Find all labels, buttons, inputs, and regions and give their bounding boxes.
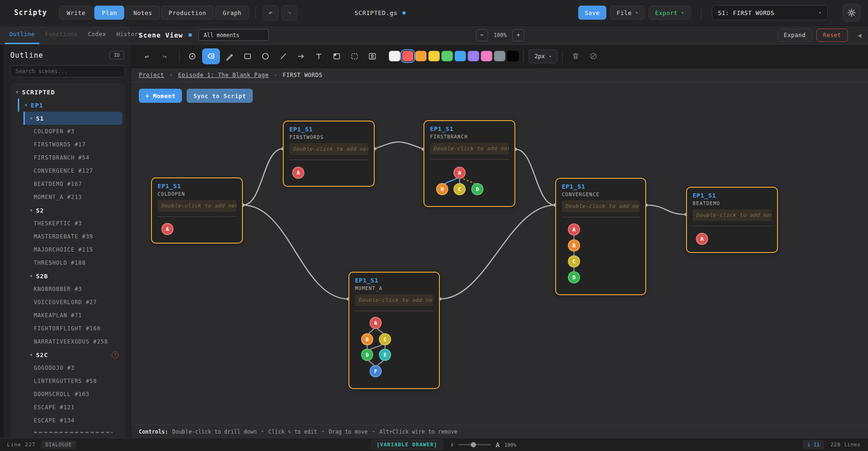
- card-notes-placeholder[interactable]: Double-click to add notes...: [289, 143, 368, 155]
- moment-node-a[interactable]: A: [696, 233, 708, 245]
- tree-scene-item[interactable]: LINTERGUTTERS #58: [12, 375, 123, 388]
- color-swatch[interactable]: [507, 51, 519, 61]
- ellipse-tool-button[interactable]: [257, 49, 273, 63]
- file-menu-button[interactable]: File ▾: [610, 6, 645, 20]
- tree-scene-item[interactable]: FIGHTORFLIGHT #160: [12, 322, 123, 335]
- breadcrumb-link[interactable]: Episode 1: The Blank Page: [178, 72, 269, 78]
- disable-drawing-button[interactable]: [585, 49, 601, 63]
- nav-tab-graph[interactable]: Graph: [215, 6, 249, 20]
- moment-node-c[interactable]: C: [379, 333, 391, 345]
- color-swatch[interactable]: [494, 51, 506, 61]
- moment-card-coldopen[interactable]: EP1_S1COLDOPENDouble-click to add notes.…: [151, 177, 243, 244]
- moment-node-d[interactable]: D: [361, 349, 373, 361]
- frame-tool-button[interactable]: [329, 49, 345, 63]
- sidebar-tab-codex[interactable]: Codex: [83, 26, 111, 44]
- zoom-out-button[interactable]: −: [476, 29, 488, 41]
- moment-filter-dropdown[interactable]: All moments: [198, 29, 269, 41]
- tree-scene-item[interactable]: FIRSTBRANCH #54: [12, 151, 123, 164]
- nav-tab-write[interactable]: Write: [59, 6, 93, 20]
- rectangle-tool-button[interactable]: [240, 49, 256, 63]
- moment-node-c[interactable]: C: [453, 183, 466, 195]
- moment-node-a[interactable]: A: [161, 223, 174, 235]
- tree-scene-item[interactable]: DOOMSCROLL #103: [12, 388, 123, 401]
- moment-node-b[interactable]: B: [361, 333, 373, 345]
- tree-scene-item[interactable]: BEATDEMO #167: [12, 177, 123, 191]
- marquee-tool-button[interactable]: [347, 49, 362, 63]
- tree-group-s1[interactable]: ▼S1: [23, 112, 122, 125]
- moment-card-moment_a[interactable]: EP1_S1MOMENT_ADouble-click to add notes.…: [348, 272, 440, 389]
- id-toggle-button[interactable]: ID: [109, 51, 124, 60]
- moment-node-c[interactable]: C: [568, 255, 580, 268]
- font-size-slider[interactable]: [458, 444, 491, 445]
- moment-node-a[interactable]: A: [568, 223, 580, 236]
- breadcrumb-link[interactable]: Project: [139, 72, 164, 78]
- color-swatch[interactable]: [415, 51, 427, 61]
- reset-button[interactable]: Reset: [816, 29, 848, 42]
- tree-scene-item[interactable]: COLDOPEN #3: [12, 125, 123, 138]
- dot-circle-tool-button[interactable]: [184, 49, 200, 63]
- zoom-in-button[interactable]: +: [512, 29, 524, 41]
- canvas-redo-button[interactable]: ↪: [157, 49, 173, 63]
- tree-episode-row[interactable]: ▼EP1: [18, 99, 123, 112]
- moment-node-b[interactable]: B: [436, 183, 448, 195]
- moment-node-a[interactable]: A: [370, 317, 382, 329]
- moment-node-f[interactable]: F: [370, 365, 382, 377]
- tree-scene-item[interactable]: NARRATIVEEXODUS #258: [12, 335, 123, 348]
- tree-scene-item[interactable]: FIRSTWORDS #17: [12, 138, 123, 151]
- moment-node-a[interactable]: A: [453, 167, 466, 179]
- tree-scene-item[interactable]: MOMENT_A #213: [12, 191, 123, 204]
- moment-node-a[interactable]: A: [292, 167, 304, 179]
- redo-button[interactable]: ↷: [281, 5, 297, 21]
- tree-scene-item[interactable]: ESCAPE #134: [12, 414, 123, 427]
- variable-drawer-button[interactable]: [VARIABLE DRAWER]: [371, 440, 443, 450]
- moment-card-firstbranch[interactable]: EP1_S1FIRSTBRANCHDouble-click to add not…: [423, 120, 515, 207]
- moment-node-e[interactable]: E: [379, 349, 391, 361]
- moment-card-beatdemo[interactable]: EP1_S1BEATDEMODouble-click to add notes.…: [686, 187, 778, 253]
- moment-node-d[interactable]: D: [568, 271, 580, 283]
- scene-selector-dropdown[interactable]: S1: FIRST WORDS ▾: [712, 5, 828, 20]
- export-menu-button[interactable]: Export ▾: [649, 6, 691, 20]
- clear-drawings-button[interactable]: [567, 49, 583, 63]
- stamp-tool-button[interactable]: [364, 49, 380, 63]
- scene-wire[interactable]: [440, 205, 555, 299]
- color-swatch[interactable]: [481, 51, 492, 61]
- settings-button[interactable]: [843, 4, 860, 22]
- sync-to-script-button[interactable]: Sync to Script: [187, 89, 252, 103]
- nav-tab-plan[interactable]: Plan: [94, 6, 124, 20]
- undo-button[interactable]: ↶: [263, 5, 279, 21]
- text-tool-button[interactable]: [311, 49, 327, 63]
- tree-scene-item[interactable]: GOGODOJO #3: [12, 361, 123, 375]
- card-notes-placeholder[interactable]: Double-click to add notes...: [430, 143, 509, 154]
- scene-canvas[interactable]: + Moment Sync to Script EP1_S1COLDOPENDo…: [131, 82, 868, 425]
- scene-wire[interactable]: [243, 205, 348, 299]
- sidebar-tab-functions[interactable]: Functions: [40, 26, 83, 44]
- scene-wire[interactable]: [375, 142, 423, 149]
- color-swatch[interactable]: [468, 51, 479, 61]
- tree-scene-item[interactable]: THRESHOLD #188: [12, 256, 123, 269]
- tree-scene-item[interactable]: ESCAPE #121: [12, 401, 123, 414]
- card-notes-placeholder[interactable]: Double-click to add notes...: [562, 200, 640, 212]
- tree-scene-item[interactable]: MAKEAPLAN #71: [12, 309, 123, 322]
- pen-tool-button[interactable]: [222, 49, 238, 63]
- card-notes-placeholder[interactable]: Double-click to add notes...: [693, 209, 771, 221]
- arrow-tool-button[interactable]: [293, 49, 309, 63]
- nav-tab-notes[interactable]: Notes: [126, 6, 159, 20]
- color-swatch[interactable]: [441, 51, 453, 61]
- tree-scene-item[interactable]: THESKEPTIC #3: [12, 217, 123, 230]
- tree-root-row[interactable]: ▼SCRIPTED: [12, 85, 123, 99]
- color-swatch[interactable]: [428, 51, 440, 61]
- search-scenes-input[interactable]: [10, 65, 125, 77]
- collapse-panel-icon[interactable]: ◀: [858, 31, 861, 39]
- tree-scene-item[interactable]: MASTERDEBATE #39: [12, 230, 123, 243]
- info-badge[interactable]: i 11: [803, 440, 824, 449]
- scene-wire[interactable]: [646, 205, 686, 214]
- card-notes-placeholder[interactable]: Double-click to add notes...: [158, 200, 236, 212]
- color-swatch[interactable]: [402, 51, 414, 61]
- moment-card-firstwords[interactable]: EP1_S1FIRSTWORDSDouble-click to add note…: [283, 121, 375, 187]
- tree-scene-item[interactable]: MAJORCHOICE #115: [12, 243, 123, 256]
- slider-thumb[interactable]: [471, 442, 476, 447]
- scene-wire[interactable]: [515, 149, 555, 205]
- line-tool-button[interactable]: [275, 49, 291, 63]
- tree-group-s2[interactable]: ▼S2: [23, 204, 123, 217]
- scene-wire[interactable]: [243, 149, 283, 205]
